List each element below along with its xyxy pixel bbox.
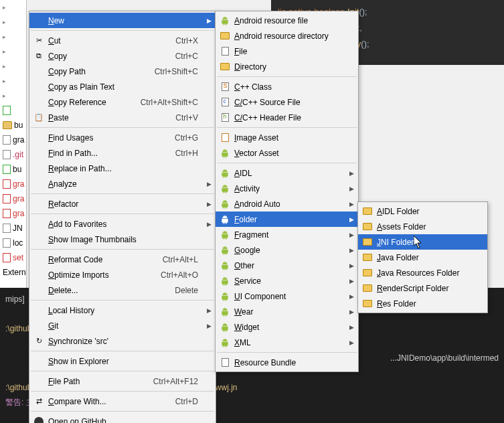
menu-item-service[interactable]: Service▶ bbox=[216, 273, 358, 288]
menu-item-c-class[interactable]: C++ Class bbox=[216, 79, 358, 94]
menu-item-git[interactable]: Git▶ bbox=[29, 318, 216, 333]
submenu-arrow-icon: ▶ bbox=[349, 309, 354, 315]
menu-item-renderscript-folder[interactable]: RenderScript Folder bbox=[358, 280, 487, 296]
menu-item-label: Analyze bbox=[48, 179, 77, 189]
menu-item-paste[interactable]: 📋PasteCtrl+V bbox=[29, 110, 216, 125]
menu-item-android-resource-directory[interactable]: Android resource directory bbox=[216, 28, 358, 44]
menu-separator bbox=[31, 300, 214, 301]
menu-item-label: Activity bbox=[234, 184, 260, 193]
menu-item-find-in-path[interactable]: Find in Path...Ctrl+H bbox=[29, 145, 216, 161]
tree-item-label: set bbox=[13, 253, 23, 262]
menu-item-label: Res Folder bbox=[377, 299, 416, 309]
menu-item-c-c-source-file[interactable]: C/C++ Source File bbox=[216, 94, 358, 110]
menu-item-directory[interactable]: Directory bbox=[216, 59, 358, 74]
menu-item-new[interactable]: New▶ bbox=[29, 13, 216, 28]
folder-icon bbox=[363, 223, 372, 230]
menu-item-add-to-favorites[interactable]: Add to Favorites▶ bbox=[29, 216, 216, 232]
tree-item-label: bu bbox=[14, 120, 23, 130]
menu-item-label: Java Resources Folder bbox=[377, 268, 459, 278]
folder-icon bbox=[220, 63, 230, 70]
android-icon bbox=[220, 261, 230, 270]
menu-item-label: Wear bbox=[234, 307, 253, 317]
menu-item-replace-in-path[interactable]: Replace in Path... bbox=[29, 161, 216, 176]
menu-item-xml[interactable]: XML▶ bbox=[216, 335, 358, 350]
submenu-arrow-icon: ▶ bbox=[349, 201, 354, 207]
menu-item-aidl[interactable]: AIDL▶ bbox=[216, 165, 358, 181]
menu-item-shortcut: Ctrl+G bbox=[175, 133, 198, 143]
tree-item-label: bu bbox=[13, 165, 21, 174]
sync-icon: ↻ bbox=[36, 337, 42, 345]
android-icon bbox=[220, 184, 230, 193]
menu-item-activity[interactable]: Activity▶ bbox=[216, 181, 358, 196]
folder-icon bbox=[363, 300, 372, 307]
menu-item-shortcut: Ctrl+Alt+F12 bbox=[153, 377, 198, 386]
submenu-folder[interactable]: AIDL FolderAssets FolderJNI FolderJava F… bbox=[357, 201, 488, 313]
menu-item-local-history[interactable]: Local History▶ bbox=[29, 303, 216, 318]
menu-item-cut[interactable]: ✂CutCtrl+X bbox=[29, 33, 216, 48]
menu-item-android-auto[interactable]: Android Auto▶ bbox=[216, 196, 358, 212]
menu-item-label: Widget bbox=[234, 323, 259, 332]
menu-item-ui-component[interactable]: UI Component▶ bbox=[216, 288, 358, 304]
menu-item-label: Delete... bbox=[48, 286, 78, 295]
menu-item-synchronize-src[interactable]: ↻Synchronize 'src' bbox=[29, 333, 216, 349]
menu-item-folder[interactable]: Folder▶ bbox=[216, 212, 358, 227]
tree-item-label: gra bbox=[13, 209, 24, 218]
menu-item-label: New bbox=[48, 16, 64, 25]
menu-item-fragment[interactable]: Fragment▶ bbox=[216, 227, 358, 242]
submenu-new[interactable]: Android resource fileAndroid resource di… bbox=[215, 11, 359, 372]
menu-item-res-folder[interactable]: Res Folder bbox=[358, 296, 487, 311]
menu-item-wear[interactable]: Wear▶ bbox=[216, 304, 358, 319]
compare-icon: ⇄ bbox=[36, 397, 42, 406]
menu-item-refactor[interactable]: Refactor▶ bbox=[29, 196, 216, 212]
menu-item-vector-asset[interactable]: Vector Asset bbox=[216, 145, 358, 161]
menu-item-shortcut: Ctrl+Shift+C bbox=[155, 67, 198, 76]
menu-item-label: Reformat Code bbox=[48, 255, 102, 264]
android-icon bbox=[220, 230, 230, 240]
menu-item-assets-folder[interactable]: Assets Folder bbox=[358, 219, 487, 234]
menu-item-copy-path[interactable]: Copy PathCtrl+Shift+C bbox=[29, 64, 216, 79]
menu-item-widget[interactable]: Widget▶ bbox=[216, 319, 358, 335]
menu-separator bbox=[31, 249, 214, 250]
menu-separator bbox=[31, 127, 214, 128]
menu-item-show-in-explorer[interactable]: Show in Explorer bbox=[29, 353, 216, 369]
menu-item-jni-folder[interactable]: JNI Folder bbox=[358, 234, 487, 250]
menu-item-label: Copy bbox=[48, 52, 67, 61]
menu-item-file-path[interactable]: File PathCtrl+Alt+F12 bbox=[29, 373, 216, 389]
menu-item-label: Assets Folder bbox=[377, 222, 426, 232]
menu-item-reformat-code[interactable]: Reformat CodeCtrl+Alt+L bbox=[29, 252, 216, 267]
menu-separator bbox=[31, 351, 214, 351]
image-file-icon bbox=[222, 133, 229, 142]
menu-item-compare-with[interactable]: ⇄Compare With...Ctrl+D bbox=[29, 394, 216, 409]
menu-item-java-resources-folder[interactable]: Java Resources Folder bbox=[358, 265, 487, 280]
menu-item-label: Copy Path bbox=[48, 67, 86, 76]
menu-item-android-resource-file[interactable]: Android resource file bbox=[216, 13, 358, 28]
menu-item-google[interactable]: Google▶ bbox=[216, 242, 358, 258]
tree-item-label: Extern bbox=[3, 268, 26, 277]
menu-item-analyze[interactable]: Analyze▶ bbox=[29, 176, 216, 191]
menu-item-label: JNI Folder bbox=[377, 238, 414, 247]
context-menu[interactable]: New▶✂CutCtrl+X⧉CopyCtrl+CCopy PathCtrl+S… bbox=[29, 11, 216, 423]
menu-item-find-usages[interactable]: Find UsagesCtrl+G bbox=[29, 130, 216, 145]
menu-item-copy[interactable]: ⧉CopyCtrl+C bbox=[29, 48, 216, 64]
menu-item-show-image-thumbnails[interactable]: Show Image Thumbnails bbox=[29, 232, 216, 247]
menu-item-shortcut: Ctrl+V bbox=[175, 113, 198, 122]
menu-item-optimize-imports[interactable]: Optimize ImportsCtrl+Alt+O bbox=[29, 267, 216, 282]
menu-item-resource-bundle[interactable]: Resource Bundle bbox=[216, 355, 358, 370]
menu-item-open-on-github[interactable]: Open on GitHub bbox=[29, 414, 216, 423]
menu-item-other[interactable]: Other▶ bbox=[216, 258, 358, 273]
menu-item-copy-reference[interactable]: Copy ReferenceCtrl+Alt+Shift+C bbox=[29, 94, 216, 110]
menu-item-label: Open on GitHub bbox=[48, 417, 106, 424]
menu-item-label: File Path bbox=[48, 377, 80, 386]
menu-item-c-c-header-file[interactable]: C/C++ Header File bbox=[216, 110, 358, 125]
menu-item-java-folder[interactable]: Java Folder bbox=[358, 250, 487, 265]
menu-item-aidl-folder[interactable]: AIDL Folder bbox=[358, 203, 487, 219]
project-tree[interactable]: ▸ ▸ ▸ ▸ ▸ ▸ ▸ bu gra .git bu gra gra gra… bbox=[0, 0, 27, 288]
menu-item-label: Copy as Plain Text bbox=[48, 82, 114, 92]
menu-item-copy-as-plain-text[interactable]: Copy as Plain Text bbox=[29, 79, 216, 94]
menu-item-file[interactable]: File bbox=[216, 44, 358, 59]
android-icon bbox=[220, 149, 230, 158]
menu-item-image-asset[interactable]: Image Asset bbox=[216, 130, 358, 145]
android-icon bbox=[220, 199, 230, 209]
submenu-arrow-icon: ▶ bbox=[207, 181, 212, 187]
menu-item-delete[interactable]: Delete...Delete bbox=[29, 282, 216, 298]
